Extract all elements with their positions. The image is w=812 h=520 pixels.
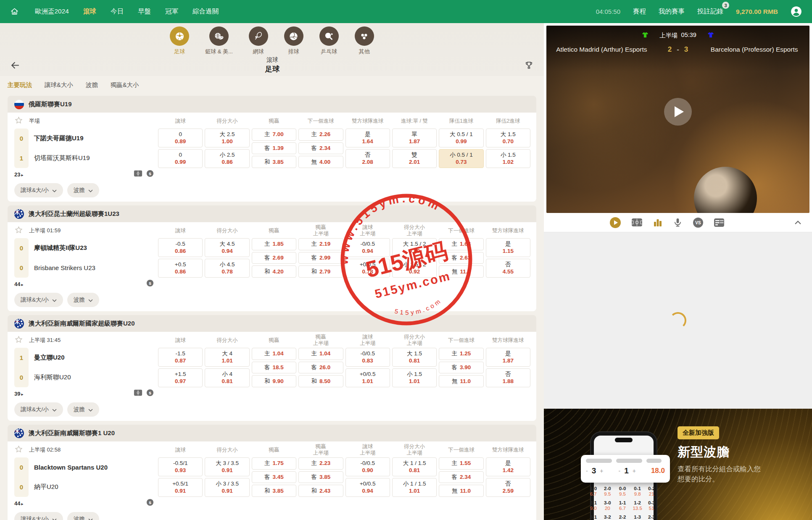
team-name[interactable]: 曼立聯U20 bbox=[34, 348, 71, 368]
odds-cell[interactable]: 客3.45 bbox=[252, 471, 296, 483]
score-grid-cell[interactable]: 1-3 bbox=[632, 515, 643, 520]
score-grid-cell[interactable]: 1-06.7 bbox=[588, 486, 599, 496]
team-name[interactable]: 切塔羅沃莫斯科U19 bbox=[34, 148, 90, 168]
odds-cell[interactable]: -0.50.86 bbox=[158, 238, 203, 257]
league-header[interactable]: 澳大利亞昆士蘭州超級聯賽1U23 bbox=[8, 205, 536, 222]
sport-item-volleyball[interactable]: 排球 bbox=[284, 26, 303, 55]
odds-cell[interactable]: 大 41.01 bbox=[205, 348, 249, 367]
odds-cell[interactable]: +0/0.50.78 bbox=[345, 259, 390, 278]
odds-cell[interactable]: 雙2.01 bbox=[392, 149, 437, 168]
nav-item-1[interactable]: 滾球 bbox=[83, 7, 96, 16]
odds-cell[interactable]: 大 1 / 1.50.81 bbox=[392, 457, 437, 476]
back-button[interactable] bbox=[10, 60, 21, 71]
odds-cell[interactable]: 主1.25 bbox=[439, 348, 483, 360]
odds-cell[interactable]: 否1.88 bbox=[486, 368, 530, 387]
odds-cell[interactable]: -0/0.50.90 bbox=[345, 457, 390, 476]
tab-1[interactable]: 讓球&大小 bbox=[45, 81, 73, 89]
nav-item-2[interactable]: 今日 bbox=[111, 7, 124, 16]
cashout-dollar-icon[interactable]: $ bbox=[146, 170, 154, 179]
cashout-dollar-icon[interactable]: $ bbox=[146, 279, 154, 289]
league-header[interactable]: 澳大利亞新南威爾斯聯賽1 U20 bbox=[8, 425, 536, 441]
odds-cell[interactable]: 主7.00 bbox=[252, 129, 296, 141]
odds-cell[interactable]: 小 1.5 / 20.92 bbox=[392, 259, 437, 278]
play-button[interactable] bbox=[664, 98, 692, 126]
odds-cell[interactable]: 客26.0 bbox=[298, 362, 343, 374]
league-header[interactable]: 澳大利亞新南威爾斯國家超級聯賽U20 bbox=[8, 315, 536, 332]
odds-cell[interactable]: 和4.20 bbox=[252, 265, 296, 278]
nav-item-3[interactable]: 早盤 bbox=[138, 7, 151, 16]
odds-cell[interactable]: +0/0.51.01 bbox=[345, 368, 390, 387]
odds-cell[interactable]: 大 1.50.70 bbox=[486, 129, 530, 147]
score-grid-cell[interactable]: 0-351 bbox=[646, 500, 657, 511]
sport-item-soccer[interactable]: 足球 bbox=[170, 26, 189, 55]
odds-cell[interactable]: 客1.39 bbox=[252, 142, 296, 155]
odds-cell[interactable]: +1.50.97 bbox=[158, 368, 203, 387]
odds-cell[interactable]: 和2.43 bbox=[298, 485, 343, 497]
odds-cell[interactable]: 小 2.50.86 bbox=[205, 149, 249, 168]
score-grid-cell[interactable]: 3-2 bbox=[602, 515, 614, 520]
odds-cell[interactable]: 客2.63 bbox=[439, 252, 483, 264]
odds-cell[interactable]: 主1.75 bbox=[252, 457, 296, 470]
odds-cell[interactable]: 主1.64 bbox=[439, 238, 483, 250]
tab-3[interactable]: 獨贏&大小 bbox=[111, 81, 139, 89]
odds-cell[interactable]: 客3.85 bbox=[298, 471, 343, 483]
market-count[interactable]: 44▸ bbox=[14, 281, 24, 287]
score-grid-cell[interactable]: 2-19.0 bbox=[588, 500, 599, 511]
odds-cell[interactable]: +0/0.50.94 bbox=[345, 478, 390, 497]
odds-cell[interactable]: 大 2.51.00 bbox=[205, 129, 249, 147]
pitch-stats-icon[interactable] bbox=[134, 170, 142, 179]
balance-text[interactable]: 9,270.00 RMB bbox=[736, 8, 778, 16]
odds-cell[interactable]: 主2.19 bbox=[298, 238, 343, 250]
sport-item-tennis[interactable]: 網球 bbox=[249, 26, 268, 55]
odds-cell[interactable]: 小 1.51.01 bbox=[392, 368, 437, 387]
nav-link-2[interactable]: 投註記錄3 bbox=[697, 7, 723, 16]
odds-cell[interactable]: -1.50.87 bbox=[158, 348, 203, 367]
odds-cell[interactable]: 小 3 / 3.50.91 bbox=[205, 478, 249, 497]
score-grid-cell[interactable]: 0-09.5 bbox=[616, 486, 629, 496]
league-header[interactable]: 俄羅斯聯賽U19 bbox=[8, 96, 536, 113]
odds-cell[interactable]: 00.89 bbox=[158, 129, 203, 147]
odds-cell[interactable]: 客2.69 bbox=[252, 252, 296, 264]
odds-cell[interactable]: 和3.85 bbox=[252, 485, 296, 497]
filter-pill[interactable]: 讓球&大/小 bbox=[14, 512, 63, 520]
odds-cell[interactable]: 小 4.50.78 bbox=[205, 259, 249, 278]
odds-cell[interactable]: -0/0.50.83 bbox=[345, 348, 390, 367]
filter-pill[interactable]: 讓球&大/小 bbox=[14, 293, 63, 307]
odds-cell[interactable]: 單1.87 bbox=[392, 129, 437, 147]
odds-cell[interactable]: +0.5/10.91 bbox=[158, 478, 203, 497]
filter-pill[interactable]: 波膽 bbox=[67, 293, 99, 307]
odds-cell[interactable]: 是1.42 bbox=[486, 457, 530, 476]
sport-item-basketball[interactable]: 籃球 & 美... bbox=[205, 26, 233, 55]
cashout-dollar-icon[interactable]: $ bbox=[146, 389, 154, 398]
nav-item-0[interactable]: 歐洲盃2024 bbox=[35, 7, 69, 16]
odds-cell[interactable]: 大 1.50.81 bbox=[392, 348, 437, 367]
filter-pill[interactable]: 波膽 bbox=[67, 512, 99, 520]
filter-pill[interactable]: 讓球&大/小 bbox=[14, 183, 63, 197]
live-video[interactable]: 上半場05:39 Atletico Madrid (Arthur) Esport… bbox=[546, 26, 809, 213]
odds-cell[interactable]: 00.99 bbox=[158, 149, 203, 168]
avatar-icon[interactable] bbox=[791, 6, 802, 17]
odds-cell[interactable]: 否2.59 bbox=[486, 478, 530, 497]
team-name[interactable]: 下諾夫哥羅德U19 bbox=[34, 129, 90, 148]
star-icon[interactable] bbox=[14, 335, 23, 346]
market-count[interactable]: 39▸ bbox=[14, 391, 24, 397]
odds-cell[interactable]: 無11.0 bbox=[439, 485, 483, 497]
market-count[interactable]: 23▸ bbox=[14, 171, 24, 178]
filter-pill[interactable]: 波膽 bbox=[67, 402, 99, 417]
odds-cell[interactable]: 無11.0 bbox=[439, 265, 483, 278]
team-name[interactable]: Blacktown Spartans U20 bbox=[34, 457, 108, 477]
odds-cell[interactable]: +0.50.86 bbox=[158, 259, 203, 278]
odds-cell[interactable]: 客2.99 bbox=[298, 252, 343, 264]
odds-cell[interactable]: 大 1.5 / 20.80 bbox=[392, 238, 437, 257]
sport-item-other[interactable]: 其他 bbox=[355, 26, 374, 55]
odds-cell[interactable]: 小 40.81 bbox=[205, 368, 249, 387]
sport-item-pingpong[interactable]: 乒乓球 bbox=[319, 26, 339, 55]
odds-cell[interactable]: 否2.08 bbox=[345, 149, 390, 168]
pitch-stats-icon[interactable] bbox=[134, 389, 142, 398]
odds-cell[interactable]: -0.5/10.93 bbox=[158, 457, 203, 476]
score-grid-cell[interactable]: 2-09.5 bbox=[602, 486, 614, 496]
team-name[interactable]: Brisbane Strikers U23 bbox=[34, 258, 95, 278]
filter-pill[interactable]: 讓球&大/小 bbox=[14, 402, 63, 417]
team-name[interactable]: 納平U20 bbox=[34, 477, 108, 497]
home-icon[interactable] bbox=[10, 7, 19, 16]
